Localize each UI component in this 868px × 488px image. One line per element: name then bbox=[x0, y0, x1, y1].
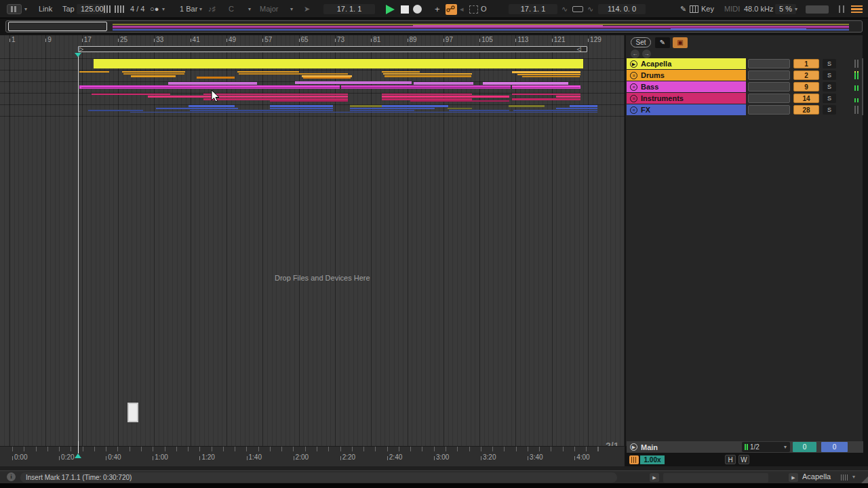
clip-segment-instruments[interactable] bbox=[382, 96, 509, 98]
clip-segment-fx[interactable] bbox=[190, 110, 333, 111]
status-caret-icon[interactable]: ▾ bbox=[852, 474, 855, 480]
time-ruler-label[interactable]: 2:20 bbox=[340, 453, 355, 461]
track-input-channel[interactable]: 1 bbox=[793, 59, 819, 68]
tempo-field[interactable]: 125.00 bbox=[77, 4, 108, 14]
clip-segment-fx[interactable] bbox=[509, 105, 545, 107]
clip-segment-fx[interactable] bbox=[350, 108, 435, 109]
clip-segment-drums[interactable] bbox=[512, 71, 580, 73]
lock-tool-button[interactable]: ▣ bbox=[673, 37, 688, 48]
bar-ruler-label[interactable]: 57 bbox=[262, 36, 272, 43]
clip-segment-drums[interactable] bbox=[517, 74, 580, 75]
cpu-load-field[interactable]: 5 % bbox=[775, 4, 796, 14]
track-input-channel[interactable]: 28 bbox=[793, 105, 819, 115]
bar-ruler-label[interactable]: 41 bbox=[191, 36, 200, 43]
loop-start-field[interactable]: 17. 1. 1 bbox=[509, 4, 557, 14]
time-ruler-label[interactable]: 3:20 bbox=[481, 453, 496, 461]
quantize-caret-icon[interactable]: ▾ bbox=[199, 4, 202, 14]
scale-mode-icon[interactable]: ♪♯ bbox=[208, 4, 216, 14]
clip-segment-fx[interactable] bbox=[270, 105, 333, 107]
pencil-tool-button[interactable]: ✎ bbox=[655, 37, 670, 48]
playhead-marker-bottom-icon[interactable] bbox=[75, 453, 81, 458]
bar-ruler-label[interactable]: 121 bbox=[552, 36, 566, 43]
track-state-icon[interactable]: ▶ bbox=[630, 60, 637, 68]
clip-segment-fx[interactable] bbox=[449, 110, 509, 111]
clip-segment-fx[interactable] bbox=[448, 108, 472, 109]
clip-segment-fx[interactable] bbox=[88, 110, 143, 111]
loop-toggle-button[interactable]: O bbox=[481, 4, 487, 14]
track-input-channel[interactable]: 9 bbox=[793, 82, 819, 92]
loop-start-marker-icon[interactable]: ▷ bbox=[79, 46, 83, 52]
clip-segment-drums[interactable] bbox=[239, 73, 348, 75]
time-ruler-label[interactable]: 3:40 bbox=[528, 453, 542, 461]
nudge-down-icon[interactable] bbox=[104, 5, 112, 13]
bar-ruler-label[interactable]: 49 bbox=[226, 36, 236, 43]
clip-segment-drums[interactable] bbox=[382, 71, 420, 73]
clip-segment-instruments[interactable] bbox=[270, 100, 348, 102]
track-name-band[interactable]: ≡Instruments bbox=[627, 93, 746, 104]
stop-button[interactable] bbox=[401, 5, 409, 14]
track-automation-field[interactable] bbox=[748, 82, 790, 92]
track-row-fx[interactable]: ≡FX28S bbox=[627, 104, 863, 115]
link-button[interactable]: Link bbox=[39, 4, 52, 14]
clip-segment-instruments[interactable] bbox=[512, 98, 580, 100]
clip-segment-drums[interactable] bbox=[197, 77, 235, 79]
clip-segment-drums[interactable] bbox=[303, 77, 351, 79]
clip-segment-fx[interactable] bbox=[556, 108, 597, 109]
metronome-toggle-icon[interactable]: ○● bbox=[150, 4, 159, 14]
clip-segment-drums[interactable] bbox=[79, 71, 109, 73]
logo-caret-icon[interactable]: ▾ bbox=[24, 4, 27, 14]
bar-ruler-label[interactable]: 89 bbox=[408, 36, 417, 43]
clip-segment-fx[interactable] bbox=[382, 105, 448, 107]
bar-ruler-label[interactable]: 1 bbox=[9, 36, 16, 43]
clip-segment-fx[interactable] bbox=[189, 105, 235, 107]
track-solo-button[interactable]: S bbox=[823, 59, 836, 68]
capture-selection-icon[interactable] bbox=[469, 5, 478, 14]
resize-grip[interactable] bbox=[861, 476, 868, 483]
nudge-up-icon[interactable] bbox=[115, 5, 125, 13]
beat-time-ruler[interactable]: 191725334149576573818997105113121129 bbox=[0, 35, 625, 45]
clip-segment-drums[interactable] bbox=[131, 75, 176, 77]
key-map-button[interactable]: Key bbox=[701, 4, 714, 14]
playhead-marker-icon[interactable] bbox=[75, 53, 81, 57]
width-zoom-button[interactable]: W bbox=[738, 455, 749, 464]
clip-segment-instruments[interactable] bbox=[203, 94, 348, 95]
time-ruler-label[interactable]: 0:20 bbox=[59, 453, 74, 461]
arrangement-overview[interactable] bbox=[5, 20, 863, 33]
punch-out-icon[interactable]: ∿ bbox=[587, 4, 593, 14]
clip-segment-bass[interactable] bbox=[483, 82, 568, 85]
clip-segment-instruments[interactable] bbox=[92, 94, 170, 95]
time-ruler-label[interactable]: 0:00 bbox=[12, 453, 27, 461]
clip-segment-drums[interactable] bbox=[383, 73, 472, 75]
loop-region-icon[interactable] bbox=[572, 6, 583, 12]
bar-ruler-label[interactable]: 105 bbox=[479, 36, 493, 43]
track-state-icon[interactable]: ≡ bbox=[630, 83, 637, 91]
clip-segment-instruments[interactable] bbox=[556, 96, 580, 98]
bar-ruler-label[interactable]: 81 bbox=[371, 36, 380, 43]
clip-segment-fx[interactable] bbox=[570, 105, 597, 107]
clip-segment-drums[interactable] bbox=[384, 75, 471, 77]
app-logo-icon[interactable] bbox=[7, 4, 22, 14]
computer-midi-keyboard-icon[interactable] bbox=[690, 5, 698, 13]
midi-map-button[interactable]: MIDI bbox=[724, 4, 740, 14]
track-automation-field[interactable] bbox=[748, 70, 790, 80]
track-row-drums[interactable]: ≡Drums2S bbox=[627, 70, 863, 81]
clip-segment-instruments[interactable] bbox=[382, 94, 472, 95]
clip-segment-bass[interactable] bbox=[81, 87, 580, 88]
track-solo-button[interactable]: S bbox=[823, 94, 836, 103]
metronome-caret-icon[interactable]: ▾ bbox=[162, 4, 165, 14]
bar-ruler-label[interactable]: 65 bbox=[299, 36, 309, 43]
track-input-channel[interactable]: 14 bbox=[793, 94, 819, 103]
bar-ruler-label[interactable]: 33 bbox=[154, 36, 163, 43]
clip-segment-fx[interactable] bbox=[130, 112, 597, 113]
clip-segment-instruments[interactable] bbox=[148, 96, 348, 98]
clip-segment-fx[interactable] bbox=[513, 110, 597, 111]
clip-segment-drums[interactable] bbox=[122, 71, 185, 73]
drag-ghost-clip[interactable] bbox=[127, 403, 138, 422]
main-play-icon[interactable]: ▶ bbox=[630, 443, 637, 451]
overdub-plus-button[interactable]: + bbox=[435, 4, 440, 14]
track-state-icon[interactable]: ≡ bbox=[630, 72, 637, 79]
preview-play-button[interactable]: ▶ bbox=[650, 473, 659, 482]
menu-hamburger-icon[interactable] bbox=[851, 5, 863, 13]
track-scrollbar[interactable] bbox=[862, 58, 863, 115]
bar-ruler-label[interactable]: 25 bbox=[118, 36, 127, 43]
